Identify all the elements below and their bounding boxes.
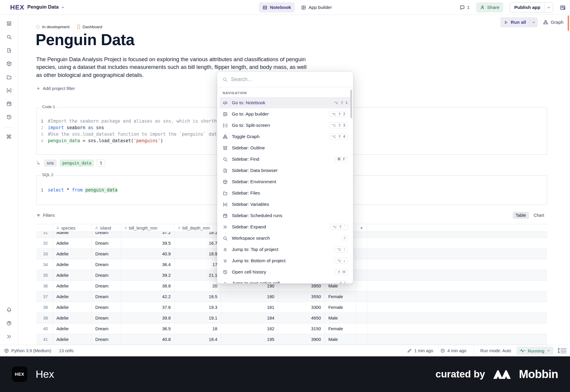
output-chip-sns[interactable]: sns xyxy=(44,159,56,167)
palette-item-sidebar-data-browser[interactable]: Sidebar: Data browser xyxy=(219,165,351,176)
graph-button[interactable]: Graph xyxy=(543,20,563,25)
line-number: 3 xyxy=(37,131,48,137)
sidebar-find-icon[interactable] xyxy=(4,32,14,42)
sidebar-environment-icon[interactable] xyxy=(4,59,14,68)
top-bar: HEX Penguin Data NotebookApp builder 1 S… xyxy=(0,0,570,15)
split-screen-icon xyxy=(223,123,228,128)
add-column-button[interactable]: + xyxy=(356,224,367,232)
run-mode[interactable]: Run mode: Auto xyxy=(480,348,511,353)
kernel-selector[interactable]: Python 3.9 (Medium) xyxy=(4,348,51,353)
hex-logo[interactable]: HEX xyxy=(10,4,24,11)
search-icon xyxy=(222,77,227,82)
sidebar-expand-sidebar-icon[interactable] xyxy=(4,332,14,341)
publish-app-dropdown[interactable] xyxy=(544,3,553,12)
add-project-filter-button[interactable]: Add project filter xyxy=(36,86,75,91)
sidebar-scheduled-runs-icon[interactable] xyxy=(4,99,14,108)
table-cell: 3150 xyxy=(278,323,325,334)
palette-scrollbar[interactable] xyxy=(350,90,352,118)
description-line: species, using a dataset that includes m… xyxy=(36,63,307,71)
pulse-icon xyxy=(520,349,525,353)
sidebar-help-icon[interactable] xyxy=(4,318,14,328)
review-changes-icon[interactable] xyxy=(560,4,566,11)
folder-icon xyxy=(223,191,228,196)
chevron-right-icon xyxy=(223,281,228,284)
variables-icon xyxy=(223,202,228,207)
running-status-pill[interactable]: Running xyxy=(517,347,553,355)
column-label: species xyxy=(61,226,75,230)
sidebar-files-icon[interactable] xyxy=(4,72,14,82)
column-type-icon: # xyxy=(125,226,127,230)
column-label: bill_length_mm xyxy=(129,226,157,230)
sidebar-notifications-icon[interactable] xyxy=(4,305,14,314)
table-cell: 18.5 xyxy=(175,291,221,302)
palette-item-sidebar-variables[interactable]: Sidebar: Variables xyxy=(219,199,351,210)
status-in-development[interactable]: In development xyxy=(36,25,69,29)
column-type-icon: A xyxy=(56,226,59,230)
page-scrollbar[interactable] xyxy=(568,15,569,31)
return-arrow-icon: ↳ xyxy=(36,160,40,166)
palette-item-sidebar-files[interactable]: Sidebar: Files xyxy=(219,187,351,199)
shortcut-key: F xyxy=(343,157,345,161)
column-header-bill_depth_mm[interactable]: #bill_depth_mm xyxy=(175,224,221,232)
palette-item-sidebar-expand[interactable]: Sidebar: Expand⌥⇧` xyxy=(219,221,351,233)
column-header-species[interactable]: Aspecies xyxy=(53,224,92,232)
sidebar-variables-icon[interactable] xyxy=(4,86,14,95)
view-toggle-table[interactable]: Table xyxy=(513,212,529,219)
sidebar-command-palette-icon[interactable]: ⌘ xyxy=(4,132,14,141)
shortcut-key: ⇧ xyxy=(339,225,342,229)
run-all-dropdown[interactable] xyxy=(530,17,538,27)
table-cell: 181 xyxy=(221,302,278,312)
run-all-button[interactable]: Run all xyxy=(500,17,530,27)
table-cell: 3550 xyxy=(278,291,325,302)
tab-notebook[interactable]: Notebook xyxy=(259,2,294,12)
data-browser-icon xyxy=(223,168,228,173)
palette-item-toggle-graph[interactable]: Toggle Graph⌥⇧4 xyxy=(219,131,351,142)
dashboard-badge[interactable]: Dashboard xyxy=(77,25,102,29)
shortcut-keys: ⌥⇧1 xyxy=(334,101,348,105)
sidebar-outline-icon[interactable] xyxy=(4,19,14,28)
palette-item-jump-to-next-active-cell[interactable]: Jump to next active cell⇧] xyxy=(219,278,351,284)
palette-search-input[interactable] xyxy=(231,76,348,83)
filter-icon xyxy=(36,213,41,218)
comments-button[interactable]: 1 xyxy=(460,5,470,10)
project-title-dropdown[interactable]: Penguin Data xyxy=(27,4,65,10)
last-edited[interactable]: 1 min ago xyxy=(407,348,433,353)
palette-item-jump-to-top-of-project[interactable]: Jump to: Top of project⌥↑ xyxy=(219,244,351,255)
shortcut-keys: ⇧H xyxy=(335,269,348,275)
view-toggle-chart[interactable]: Chart xyxy=(531,212,547,219)
palette-item-label: Jump to next active cell xyxy=(232,281,332,284)
palette-item-sidebar-environment[interactable]: Sidebar: Environment xyxy=(219,176,351,187)
palette-item-go-to-app-builder[interactable]: Go to: App builder⌥⇧2 xyxy=(219,108,351,120)
add-project-filter-label: Add project filter xyxy=(43,86,75,91)
shortcut-keys: ⌥⇧2 xyxy=(329,111,348,117)
table-cell-empty xyxy=(356,323,367,334)
app-builder-icon xyxy=(301,5,306,10)
palette-item-sidebar-outline[interactable]: Sidebar: Outline xyxy=(219,142,351,154)
share-button[interactable]: Share xyxy=(476,2,503,12)
palette-item-go-to-split-screen[interactable]: Go to: Split-screen⌥⇧3 xyxy=(219,120,351,131)
table-cell: 19.3 xyxy=(175,302,221,312)
palette-item-sidebar-scheduled-runs[interactable]: Sidebar: Scheduled runs xyxy=(219,210,351,221)
palette-item-label: Toggle Graph xyxy=(232,134,325,139)
column-header-bill_length_mm[interactable]: #bill_length_mm xyxy=(121,224,175,232)
column-header-island[interactable]: Aisland xyxy=(92,224,121,232)
sidebar-version-history-icon[interactable] xyxy=(4,112,14,122)
sidebar-data-browser-icon[interactable] xyxy=(4,45,14,55)
palette-item-workspace-search[interactable]: Workspace search/ xyxy=(219,233,351,244)
memory-label: MEM xyxy=(558,348,560,353)
palette-item-jump-to-bottom-of-project[interactable]: Jump to: Bottom of project⌥↓ xyxy=(219,255,351,266)
table-cell: 37.6 xyxy=(121,302,175,312)
column-label: island xyxy=(100,226,111,230)
palette-item-go-to-notebook[interactable]: Go to: Notebook⌥⇧1 xyxy=(219,97,351,108)
table-cell-empty xyxy=(356,232,367,238)
palette-item-open-cell-history[interactable]: Open cell history⇧H xyxy=(219,266,351,278)
palette-item-sidebar-find[interactable]: Sidebar: Find⌘F xyxy=(219,154,351,165)
column-label: bill_depth_mm xyxy=(183,226,210,230)
last-run[interactable]: 4 min ago xyxy=(440,348,466,353)
output-chip-5[interactable]: 5 xyxy=(97,159,105,167)
publish-app-button[interactable]: Publish app xyxy=(510,3,544,12)
table-row: 40AdelieDream36.5181823150Female xyxy=(36,323,547,334)
tab-app-builder[interactable]: App builder xyxy=(297,2,335,12)
output-chip-penguin_data[interactable]: penguin_data xyxy=(60,159,94,167)
filters-button[interactable]: Filters xyxy=(36,213,55,218)
